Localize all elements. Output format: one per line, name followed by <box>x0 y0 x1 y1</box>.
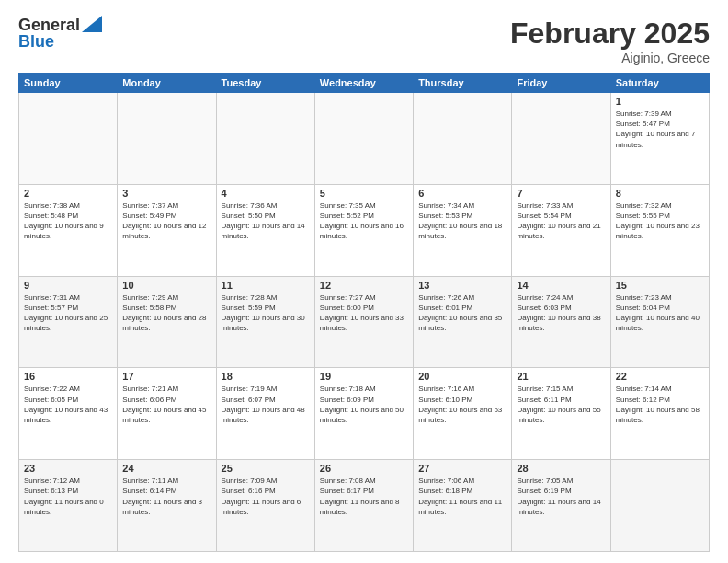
day-number: 21 <box>517 371 605 382</box>
day-number: 1 <box>616 96 704 107</box>
day-info: Sunrise: 7:28 AM Sunset: 5:59 PM Dayligh… <box>222 293 310 334</box>
table-row: 14Sunrise: 7:24 AM Sunset: 6:03 PM Dayli… <box>512 276 610 368</box>
day-number: 25 <box>222 463 310 474</box>
day-info: Sunrise: 7:16 AM Sunset: 6:10 PM Dayligh… <box>418 384 506 425</box>
table-row: 27Sunrise: 7:06 AM Sunset: 6:18 PM Dayli… <box>414 460 512 552</box>
day-info: Sunrise: 7:37 AM Sunset: 5:49 PM Dayligh… <box>122 201 210 242</box>
day-info: Sunrise: 7:27 AM Sunset: 6:00 PM Dayligh… <box>320 293 408 334</box>
calendar: Sunday Monday Tuesday Wednesday Thursday… <box>18 73 710 552</box>
day-number: 13 <box>418 280 506 291</box>
table-row: 20Sunrise: 7:16 AM Sunset: 6:10 PM Dayli… <box>414 368 512 460</box>
day-number: 20 <box>418 371 506 382</box>
table-row: 18Sunrise: 7:19 AM Sunset: 6:07 PM Dayli… <box>216 368 314 460</box>
day-number: 5 <box>320 188 408 199</box>
day-number: 8 <box>616 188 704 199</box>
header: General Blue February 2025 Aiginio, Gree… <box>18 17 710 65</box>
col-saturday: Saturday <box>610 74 709 93</box>
col-monday: Monday <box>118 74 216 93</box>
day-info: Sunrise: 7:23 AM Sunset: 6:04 PM Dayligh… <box>616 293 704 334</box>
logo-icon <box>82 16 102 32</box>
day-number: 16 <box>24 371 112 382</box>
day-info: Sunrise: 7:26 AM Sunset: 6:01 PM Dayligh… <box>418 293 506 334</box>
day-number: 4 <box>222 188 310 199</box>
table-row: 9Sunrise: 7:31 AM Sunset: 5:57 PM Daylig… <box>19 276 118 368</box>
col-sunday: Sunday <box>19 74 118 93</box>
day-info: Sunrise: 7:35 AM Sunset: 5:52 PM Dayligh… <box>320 201 408 242</box>
calendar-header-row: Sunday Monday Tuesday Wednesday Thursday… <box>19 74 710 93</box>
svg-marker-0 <box>82 16 102 32</box>
day-number: 19 <box>320 371 408 382</box>
day-info: Sunrise: 7:12 AM Sunset: 6:13 PM Dayligh… <box>24 476 112 517</box>
day-number: 14 <box>517 280 605 291</box>
table-row: 21Sunrise: 7:15 AM Sunset: 6:11 PM Dayli… <box>512 368 610 460</box>
calendar-week-row: 9Sunrise: 7:31 AM Sunset: 5:57 PM Daylig… <box>19 276 710 368</box>
day-number: 9 <box>24 280 112 291</box>
table-row: 5Sunrise: 7:35 AM Sunset: 5:52 PM Daylig… <box>314 184 413 276</box>
table-row <box>414 93 512 185</box>
day-info: Sunrise: 7:24 AM Sunset: 6:03 PM Dayligh… <box>517 293 605 334</box>
table-row: 24Sunrise: 7:11 AM Sunset: 6:14 PM Dayli… <box>118 460 216 552</box>
table-row <box>19 93 118 185</box>
day-info: Sunrise: 7:33 AM Sunset: 5:54 PM Dayligh… <box>517 201 605 242</box>
day-number: 15 <box>616 280 704 291</box>
day-number: 26 <box>320 463 408 474</box>
calendar-week-row: 1Sunrise: 7:39 AM Sunset: 5:47 PM Daylig… <box>19 93 710 185</box>
logo-text: General Blue <box>18 17 102 50</box>
day-number: 17 <box>122 371 210 382</box>
day-number: 6 <box>418 188 506 199</box>
table-row: 13Sunrise: 7:26 AM Sunset: 6:01 PM Dayli… <box>414 276 512 368</box>
day-info: Sunrise: 7:29 AM Sunset: 5:58 PM Dayligh… <box>122 293 210 334</box>
day-number: 7 <box>517 188 605 199</box>
table-row: 26Sunrise: 7:08 AM Sunset: 6:17 PM Dayli… <box>314 460 413 552</box>
table-row: 1Sunrise: 7:39 AM Sunset: 5:47 PM Daylig… <box>610 93 709 185</box>
day-number: 12 <box>320 280 408 291</box>
table-row: 17Sunrise: 7:21 AM Sunset: 6:06 PM Dayli… <box>118 368 216 460</box>
table-row <box>216 93 314 185</box>
calendar-week-row: 2Sunrise: 7:38 AM Sunset: 5:48 PM Daylig… <box>19 184 710 276</box>
day-number: 3 <box>122 188 210 199</box>
day-number: 22 <box>616 371 704 382</box>
table-row: 12Sunrise: 7:27 AM Sunset: 6:00 PM Dayli… <box>314 276 413 368</box>
table-row: 3Sunrise: 7:37 AM Sunset: 5:49 PM Daylig… <box>118 184 216 276</box>
day-info: Sunrise: 7:11 AM Sunset: 6:14 PM Dayligh… <box>122 476 210 517</box>
day-info: Sunrise: 7:14 AM Sunset: 6:12 PM Dayligh… <box>616 384 704 425</box>
col-friday: Friday <box>512 74 610 93</box>
table-row: 8Sunrise: 7:32 AM Sunset: 5:55 PM Daylig… <box>610 184 709 276</box>
day-info: Sunrise: 7:05 AM Sunset: 6:19 PM Dayligh… <box>517 476 605 517</box>
day-info: Sunrise: 7:31 AM Sunset: 5:57 PM Dayligh… <box>24 293 112 334</box>
day-number: 23 <box>24 463 112 474</box>
day-info: Sunrise: 7:38 AM Sunset: 5:48 PM Dayligh… <box>24 201 112 242</box>
table-row: 11Sunrise: 7:28 AM Sunset: 5:59 PM Dayli… <box>216 276 314 368</box>
logo: General Blue <box>18 17 102 50</box>
day-number: 10 <box>122 280 210 291</box>
day-info: Sunrise: 7:19 AM Sunset: 6:07 PM Dayligh… <box>222 384 310 425</box>
table-row: 28Sunrise: 7:05 AM Sunset: 6:19 PM Dayli… <box>512 460 610 552</box>
day-number: 24 <box>122 463 210 474</box>
table-row: 16Sunrise: 7:22 AM Sunset: 6:05 PM Dayli… <box>19 368 118 460</box>
col-thursday: Thursday <box>414 74 512 93</box>
day-number: 18 <box>222 371 310 382</box>
table-row: 7Sunrise: 7:33 AM Sunset: 5:54 PM Daylig… <box>512 184 610 276</box>
day-info: Sunrise: 7:34 AM Sunset: 5:53 PM Dayligh… <box>418 201 506 242</box>
calendar-week-row: 23Sunrise: 7:12 AM Sunset: 6:13 PM Dayli… <box>19 460 710 552</box>
day-info: Sunrise: 7:06 AM Sunset: 6:18 PM Dayligh… <box>418 476 506 517</box>
table-row <box>118 93 216 185</box>
day-info: Sunrise: 7:18 AM Sunset: 6:09 PM Dayligh… <box>320 384 408 425</box>
table-row: 25Sunrise: 7:09 AM Sunset: 6:16 PM Dayli… <box>216 460 314 552</box>
day-info: Sunrise: 7:09 AM Sunset: 6:16 PM Dayligh… <box>222 476 310 517</box>
logo-general: General <box>18 17 80 33</box>
table-row: 4Sunrise: 7:36 AM Sunset: 5:50 PM Daylig… <box>216 184 314 276</box>
day-number: 2 <box>24 188 112 199</box>
day-info: Sunrise: 7:32 AM Sunset: 5:55 PM Dayligh… <box>616 201 704 242</box>
table-row: 23Sunrise: 7:12 AM Sunset: 6:13 PM Dayli… <box>19 460 118 552</box>
table-row: 19Sunrise: 7:18 AM Sunset: 6:09 PM Dayli… <box>314 368 413 460</box>
logo-blue: Blue <box>18 33 102 50</box>
day-info: Sunrise: 7:39 AM Sunset: 5:47 PM Dayligh… <box>616 109 704 150</box>
month-title: February 2025 <box>510 17 710 51</box>
day-info: Sunrise: 7:21 AM Sunset: 6:06 PM Dayligh… <box>122 384 210 425</box>
day-number: 28 <box>517 463 605 474</box>
day-info: Sunrise: 7:36 AM Sunset: 5:50 PM Dayligh… <box>222 201 310 242</box>
table-row <box>512 93 610 185</box>
table-row: 22Sunrise: 7:14 AM Sunset: 6:12 PM Dayli… <box>610 368 709 460</box>
col-tuesday: Tuesday <box>216 74 314 93</box>
